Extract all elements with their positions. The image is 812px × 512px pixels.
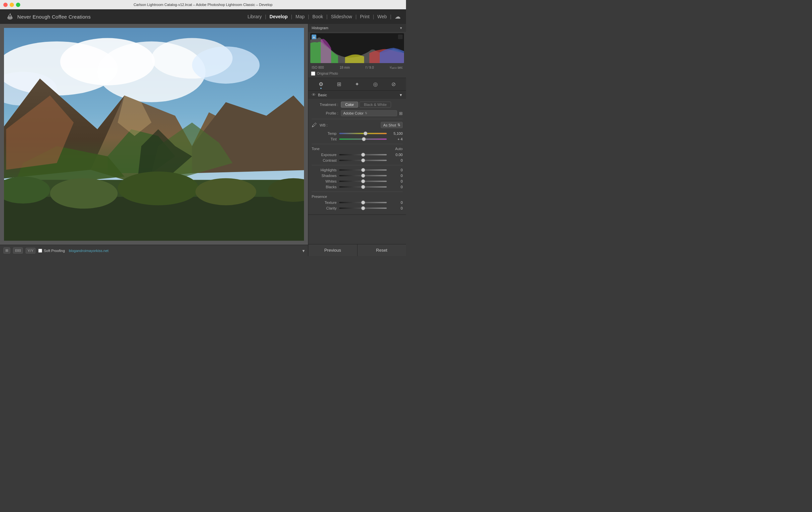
- color-treatment-btn[interactable]: Color: [341, 101, 358, 108]
- main-photo: [4, 28, 304, 241]
- wb-select[interactable]: As Shot ⇅: [381, 122, 403, 128]
- redeye-tool[interactable]: ◎: [371, 80, 380, 88]
- clipping-right-indicator[interactable]: [398, 34, 403, 39]
- basic-panel-content: Treatment : Color Black & White Profile …: [308, 99, 406, 214]
- original-photo-label: Original Photo: [317, 72, 338, 76]
- treatment-row: Treatment : Color Black & White: [312, 101, 403, 108]
- basic-panel-arrow: ▼: [399, 93, 403, 97]
- histogram-header[interactable]: Histogram ▼: [308, 24, 406, 32]
- profile-grid-btn[interactable]: ⊞: [399, 111, 403, 116]
- svg-point-6: [192, 47, 259, 84]
- wb-eyedropper-icon[interactable]: 🖊: [312, 122, 317, 128]
- reset-button[interactable]: Reset: [357, 244, 406, 256]
- yz-btn[interactable]: Y/Y: [26, 248, 35, 254]
- highlights-slider[interactable]: [339, 169, 387, 171]
- clipping-left-indicator[interactable]: ▲: [312, 34, 316, 39]
- brand: Never Enough Coffee Creations: [5, 12, 91, 21]
- maximize-button[interactable]: [16, 3, 20, 7]
- tone-label: Tone: [312, 147, 320, 151]
- nav-book[interactable]: Book: [310, 12, 326, 21]
- temp-thumb[interactable]: [364, 131, 368, 135]
- blacks-slider[interactable]: [339, 186, 387, 188]
- close-button[interactable]: [3, 3, 8, 7]
- nav-library[interactable]: Library: [245, 12, 264, 21]
- contrast-label: Contrast: [312, 158, 337, 162]
- highlights-thumb[interactable]: [361, 168, 365, 172]
- masking-tool[interactable]: ⊘: [389, 80, 398, 88]
- temp-slider-row: Temp 5,100: [312, 131, 403, 135]
- temp-slider[interactable]: [339, 133, 387, 134]
- highlights-slider-row: Highlights 0: [312, 168, 403, 172]
- whites-thumb[interactable]: [361, 179, 365, 183]
- divider-1: [312, 119, 403, 119]
- nav-develop[interactable]: Develop: [267, 12, 290, 21]
- exposure-slider[interactable]: [339, 154, 387, 155]
- tint-thumb[interactable]: [362, 137, 366, 141]
- exposure-thumb[interactable]: [361, 153, 365, 157]
- window-controls[interactable]: [3, 3, 20, 7]
- watermark-text: blogandroimayorkiss.net: [69, 249, 108, 253]
- bw-treatment-btn[interactable]: Black & White: [359, 101, 391, 108]
- nav-map[interactable]: Map: [293, 12, 307, 21]
- profile-label: Profile :: [312, 111, 338, 115]
- nav-web[interactable]: Web: [375, 12, 390, 21]
- clarity-slider[interactable]: [339, 208, 387, 209]
- develop-panels: 👁 Basic ▼ Treatment : Color Black & Whit…: [308, 91, 406, 244]
- crop-overlay-tool[interactable]: ⊞: [335, 80, 343, 88]
- brand-icon: [5, 12, 14, 21]
- divider-4: [312, 191, 403, 192]
- auto-tone-btn[interactable]: Auto: [395, 147, 403, 151]
- basic-adjustments-tool[interactable]: ⚙: [317, 80, 325, 88]
- original-photo-row: Original Photo: [308, 71, 406, 78]
- right-panel: Histogram ▼ ▲: [308, 24, 406, 256]
- basic-eye-icon[interactable]: 👁: [312, 92, 316, 97]
- aperture: f / 9.0: [366, 66, 374, 69]
- whites-slider[interactable]: [339, 181, 387, 182]
- tone-header-row: Tone Auto: [312, 147, 403, 151]
- highlights-value: 0: [389, 168, 403, 172]
- shadows-slider[interactable]: [339, 175, 387, 176]
- exposure-label: Exposure: [312, 153, 337, 157]
- divider-2: [312, 144, 403, 144]
- wb-dropdown-icon: ⇅: [397, 123, 400, 127]
- basic-panel-header[interactable]: 👁 Basic ▼: [308, 91, 406, 99]
- texture-slider[interactable]: [339, 202, 387, 203]
- svg-point-18: [50, 178, 118, 209]
- photo-panel: ⊞ ⊟⊟ Y/Y Soft Proofing blogandroimayorki…: [0, 24, 308, 256]
- clarity-label: Clarity: [312, 206, 337, 210]
- left-panel-toggle[interactable]: [0, 249, 3, 256]
- nav-slideshow[interactable]: Slideshow: [328, 12, 355, 21]
- contrast-thumb[interactable]: [361, 158, 365, 162]
- nav-print[interactable]: Print: [357, 12, 372, 21]
- histogram-meta: ISO 800 18 mm f / 9.0 ¹⁄₁₂₅₀ sec: [308, 64, 406, 71]
- original-photo-checkbox[interactable]: [311, 71, 315, 76]
- photo-container: [0, 24, 308, 245]
- clarity-thumb[interactable]: [361, 206, 365, 210]
- toolbar-expand[interactable]: ▾: [302, 248, 304, 253]
- wb-label: WB :: [320, 123, 327, 127]
- compare-btn[interactable]: ⊟⊟: [13, 247, 23, 254]
- svg-point-20: [195, 178, 256, 205]
- cloud-icon[interactable]: ☁: [395, 13, 401, 20]
- preview-btn[interactable]: ⊞: [3, 247, 10, 254]
- shadows-thumb[interactable]: [361, 174, 365, 178]
- spot-removal-tool[interactable]: ✦: [353, 80, 361, 88]
- histogram-arrow: ▼: [399, 26, 403, 30]
- main-area: ⊞ ⊟⊟ Y/Y Soft Proofing blogandroimayorki…: [0, 24, 406, 256]
- previous-button[interactable]: Previous: [308, 244, 357, 256]
- photo-toolbar: ⊞ ⊟⊟ Y/Y Soft Proofing blogandroimayorki…: [0, 245, 308, 256]
- texture-label: Texture: [312, 201, 337, 205]
- soft-proofing-toggle[interactable]: Soft Proofing: [38, 249, 65, 253]
- profile-dropdown-icon: ⇅: [365, 112, 368, 115]
- wb-row: 🖊 WB : As Shot ⇅: [312, 122, 403, 128]
- contrast-slider[interactable]: [339, 160, 387, 161]
- blacks-thumb[interactable]: [361, 185, 365, 189]
- tint-slider[interactable]: [339, 139, 387, 140]
- whites-label: Whites: [312, 179, 337, 183]
- minimize-button[interactable]: [10, 3, 14, 7]
- profile-row: Profile : Adobe Color ⇅ ⊞: [312, 110, 403, 116]
- blacks-value: 0: [389, 185, 403, 189]
- profile-select[interactable]: Adobe Color ⇅: [341, 110, 397, 116]
- soft-proofing-checkbox[interactable]: [38, 249, 42, 253]
- texture-thumb[interactable]: [361, 201, 365, 205]
